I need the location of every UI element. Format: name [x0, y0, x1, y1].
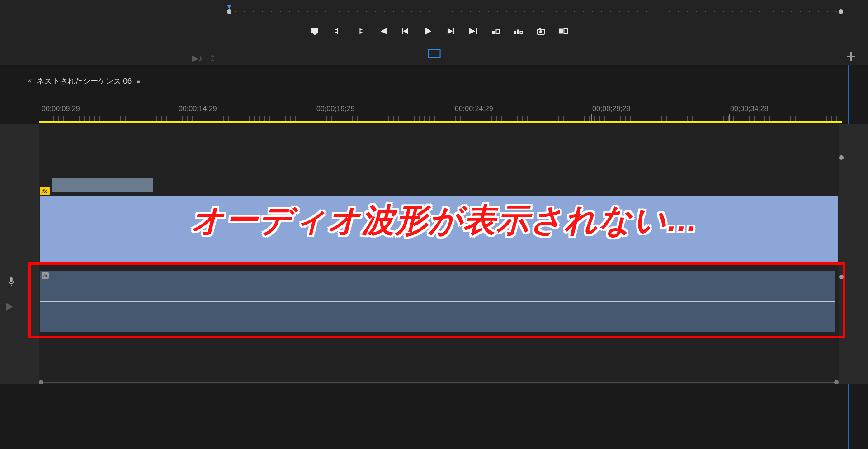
add-panel-button[interactable]	[846, 51, 856, 61]
lift-button[interactable]	[491, 26, 500, 36]
svg-rect-10	[559, 29, 562, 33]
scrub-track	[231, 11, 840, 12]
svg-point-8	[539, 31, 542, 33]
scrub-end-dot[interactable]	[839, 9, 843, 14]
track-edge-handle[interactable]	[839, 275, 844, 279]
svg-rect-6	[520, 31, 522, 34]
video-clip-header	[52, 178, 153, 192]
close-tab-icon[interactable]: ×	[27, 76, 32, 86]
publish-controls: ▶♪ ↥	[192, 53, 216, 63]
add-marker-button[interactable]	[310, 26, 320, 36]
sequence-tab-label: ネストされたシーケンス 06	[37, 76, 132, 86]
audio-zero-line	[40, 301, 835, 302]
step-back-button[interactable]	[400, 26, 410, 36]
preview-panel: ▶♪ ↥	[0, 0, 868, 65]
ruler-timestamp: 00;00;24;29	[455, 105, 493, 113]
mark-in-button[interactable]	[332, 26, 342, 36]
svg-rect-11	[564, 29, 567, 33]
sequence-tab[interactable]: × ネストされたシーケンス 06 ≡	[27, 76, 141, 86]
ruler-timestamp: 00;00;34;28	[730, 105, 769, 113]
timeline-zoom-scrollbar[interactable]	[39, 379, 839, 385]
scrub-playhead[interactable]	[227, 5, 231, 13]
video-clip[interactable]	[40, 196, 838, 262]
go-to-in-button[interactable]	[377, 26, 387, 36]
export-frame-button[interactable]	[536, 26, 546, 36]
audio-clip-border	[40, 270, 835, 271]
svg-rect-4	[514, 31, 516, 34]
audio-clip[interactable]: fx	[40, 270, 835, 332]
transport-controls	[310, 26, 568, 36]
extract-button[interactable]	[513, 26, 523, 36]
work-area-bar[interactable]	[39, 121, 842, 123]
video-fx-badge[interactable]: fx	[40, 187, 50, 195]
ruler-ticks	[33, 116, 843, 121]
track-edge-handle[interactable]	[839, 155, 844, 160]
preview-scrubber[interactable]	[227, 7, 843, 16]
svg-rect-2	[492, 31, 495, 34]
svg-rect-9	[539, 28, 541, 30]
display-mode-toggle[interactable]	[428, 49, 441, 58]
timeline-tracks: fx fx	[0, 124, 868, 384]
step-forward-button[interactable]	[445, 26, 455, 36]
timeline-ruler[interactable]: 00;00;09;2900;00;14;2900;00;19;2900;00;2…	[33, 103, 843, 121]
svg-rect-3	[496, 30, 499, 34]
mark-out-button[interactable]	[355, 26, 365, 36]
go-to-out-button[interactable]	[468, 26, 478, 36]
voiceover-record-icon[interactable]	[6, 276, 16, 286]
play-button[interactable]	[423, 26, 433, 36]
svg-rect-5	[517, 30, 519, 34]
share-icon[interactable]: ↥	[209, 53, 216, 63]
audio-route-icon[interactable]: ▶♪	[192, 53, 203, 63]
svg-rect-1	[453, 28, 453, 34]
zoom-handle-left[interactable]	[39, 380, 43, 384]
expand-tracks-icon[interactable]	[6, 303, 13, 311]
zoom-track	[43, 382, 834, 383]
svg-rect-0	[402, 28, 403, 34]
comparison-view-button[interactable]	[558, 26, 568, 36]
ruler-timestamp: 00;00;14;29	[179, 105, 217, 113]
ruler-timestamp: 00;00;09;29	[42, 105, 80, 113]
tab-menu-icon[interactable]: ≡	[136, 78, 141, 85]
ruler-timestamp: 00;00;29;29	[592, 105, 631, 113]
ruler-timestamp: 00;00;19;29	[316, 105, 355, 113]
audio-fx-badge[interactable]: fx	[42, 272, 49, 279]
zoom-handle-right[interactable]	[834, 380, 839, 384]
